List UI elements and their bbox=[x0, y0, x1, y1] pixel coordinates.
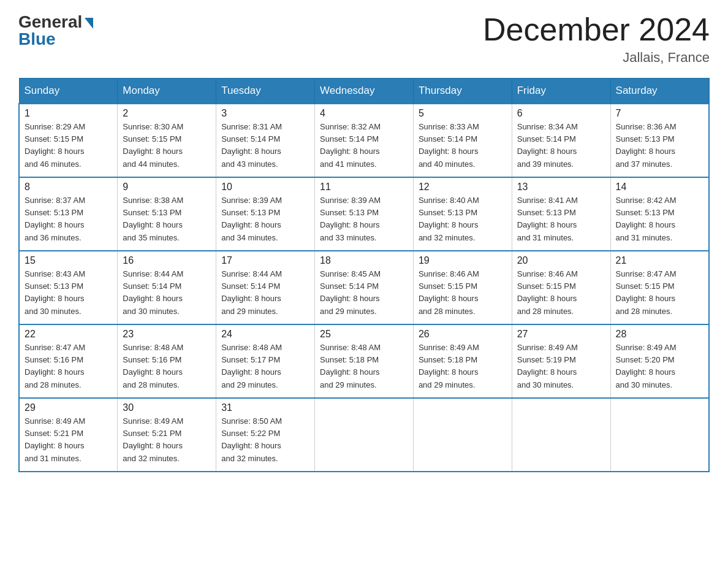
day-info: Sunrise: 8:48 AMSunset: 5:17 PMDaylight:… bbox=[221, 342, 309, 391]
calendar-day-cell: 21Sunrise: 8:47 AMSunset: 5:15 PMDayligh… bbox=[610, 251, 709, 324]
calendar-week-row: 29Sunrise: 8:49 AMSunset: 5:21 PMDayligh… bbox=[19, 398, 709, 472]
calendar-week-row: 8Sunrise: 8:37 AMSunset: 5:13 PMDaylight… bbox=[19, 177, 709, 251]
day-info: Sunrise: 8:44 AMSunset: 5:14 PMDaylight:… bbox=[123, 268, 211, 318]
day-number: 5 bbox=[419, 108, 507, 119]
day-info: Sunrise: 8:49 AMSunset: 5:20 PMDaylight:… bbox=[616, 342, 703, 391]
day-number: 17 bbox=[221, 255, 309, 266]
day-info: Sunrise: 8:49 AMSunset: 5:19 PMDaylight:… bbox=[517, 342, 605, 391]
day-number: 22 bbox=[25, 329, 112, 340]
logo-arrow-icon bbox=[85, 18, 93, 29]
location-label: Jallais, France bbox=[483, 50, 710, 66]
day-number: 20 bbox=[517, 255, 605, 266]
day-number: 6 bbox=[517, 108, 605, 119]
day-number: 2 bbox=[123, 108, 211, 119]
calendar-day-cell bbox=[512, 398, 610, 472]
day-info: Sunrise: 8:39 AMSunset: 5:13 PMDaylight:… bbox=[320, 194, 408, 244]
day-number: 10 bbox=[221, 182, 309, 193]
day-info: Sunrise: 8:50 AMSunset: 5:22 PMDaylight:… bbox=[221, 415, 309, 465]
page-header: General Blue December 2024 Jallais, Fran… bbox=[18, 12, 710, 66]
day-info: Sunrise: 8:37 AMSunset: 5:13 PMDaylight:… bbox=[25, 194, 112, 244]
calendar-day-cell: 15Sunrise: 8:43 AMSunset: 5:13 PMDayligh… bbox=[19, 251, 118, 324]
day-info: Sunrise: 8:42 AMSunset: 5:13 PMDaylight:… bbox=[616, 194, 703, 244]
calendar-day-cell: 27Sunrise: 8:49 AMSunset: 5:19 PMDayligh… bbox=[512, 324, 610, 398]
day-number: 15 bbox=[25, 255, 112, 266]
day-number: 8 bbox=[25, 182, 112, 193]
calendar-day-cell: 16Sunrise: 8:44 AMSunset: 5:14 PMDayligh… bbox=[118, 251, 216, 324]
calendar-day-cell: 23Sunrise: 8:48 AMSunset: 5:16 PMDayligh… bbox=[118, 324, 216, 398]
day-info: Sunrise: 8:32 AMSunset: 5:14 PMDaylight:… bbox=[320, 121, 408, 170]
day-info: Sunrise: 8:44 AMSunset: 5:14 PMDaylight:… bbox=[221, 268, 309, 318]
day-info: Sunrise: 8:45 AMSunset: 5:14 PMDaylight:… bbox=[320, 268, 408, 318]
day-number: 21 bbox=[616, 255, 703, 266]
column-header-monday: Monday bbox=[118, 79, 216, 104]
day-info: Sunrise: 8:33 AMSunset: 5:14 PMDaylight:… bbox=[419, 121, 507, 170]
day-info: Sunrise: 8:38 AMSunset: 5:13 PMDaylight:… bbox=[123, 194, 211, 244]
day-number: 11 bbox=[320, 182, 408, 193]
day-info: Sunrise: 8:36 AMSunset: 5:13 PMDaylight:… bbox=[616, 121, 703, 170]
day-info: Sunrise: 8:46 AMSunset: 5:15 PMDaylight:… bbox=[419, 268, 507, 318]
day-info: Sunrise: 8:39 AMSunset: 5:13 PMDaylight:… bbox=[221, 194, 309, 244]
calendar-day-cell: 11Sunrise: 8:39 AMSunset: 5:13 PMDayligh… bbox=[315, 177, 414, 251]
day-info: Sunrise: 8:43 AMSunset: 5:13 PMDaylight:… bbox=[25, 268, 112, 318]
day-info: Sunrise: 8:40 AMSunset: 5:13 PMDaylight:… bbox=[419, 194, 507, 244]
day-info: Sunrise: 8:30 AMSunset: 5:15 PMDaylight:… bbox=[123, 121, 211, 170]
day-number: 28 bbox=[616, 329, 703, 340]
day-info: Sunrise: 8:49 AMSunset: 5:21 PMDaylight:… bbox=[25, 415, 112, 465]
calendar-week-row: 15Sunrise: 8:43 AMSunset: 5:13 PMDayligh… bbox=[19, 251, 709, 324]
calendar-day-cell: 19Sunrise: 8:46 AMSunset: 5:15 PMDayligh… bbox=[413, 251, 512, 324]
day-number: 23 bbox=[123, 329, 211, 340]
day-number: 29 bbox=[25, 402, 112, 413]
day-info: Sunrise: 8:48 AMSunset: 5:16 PMDaylight:… bbox=[123, 342, 211, 391]
calendar-day-cell: 5Sunrise: 8:33 AMSunset: 5:14 PMDaylight… bbox=[413, 104, 512, 177]
calendar-week-row: 22Sunrise: 8:47 AMSunset: 5:16 PMDayligh… bbox=[19, 324, 709, 398]
calendar-day-cell: 14Sunrise: 8:42 AMSunset: 5:13 PMDayligh… bbox=[610, 177, 709, 251]
column-header-friday: Friday bbox=[512, 79, 610, 104]
day-number: 13 bbox=[517, 182, 605, 193]
calendar-day-cell: 1Sunrise: 8:29 AMSunset: 5:15 PMDaylight… bbox=[19, 104, 118, 177]
day-number: 14 bbox=[616, 182, 703, 193]
day-number: 30 bbox=[123, 402, 211, 413]
calendar-day-cell: 4Sunrise: 8:32 AMSunset: 5:14 PMDaylight… bbox=[315, 104, 414, 177]
day-info: Sunrise: 8:41 AMSunset: 5:13 PMDaylight:… bbox=[517, 194, 605, 244]
calendar-day-cell: 8Sunrise: 8:37 AMSunset: 5:13 PMDaylight… bbox=[19, 177, 118, 251]
logo: General Blue bbox=[18, 12, 93, 49]
day-number: 12 bbox=[419, 182, 507, 193]
calendar-day-cell: 7Sunrise: 8:36 AMSunset: 5:13 PMDaylight… bbox=[610, 104, 709, 177]
month-title: December 2024 bbox=[483, 12, 710, 47]
day-number: 27 bbox=[517, 329, 605, 340]
calendar-day-cell: 17Sunrise: 8:44 AMSunset: 5:14 PMDayligh… bbox=[216, 251, 315, 324]
calendar-day-cell: 6Sunrise: 8:34 AMSunset: 5:14 PMDaylight… bbox=[512, 104, 610, 177]
calendar-header-row: SundayMondayTuesdayWednesdayThursdayFrid… bbox=[19, 79, 709, 104]
calendar-day-cell: 20Sunrise: 8:46 AMSunset: 5:15 PMDayligh… bbox=[512, 251, 610, 324]
day-number: 26 bbox=[419, 329, 507, 340]
calendar-day-cell: 30Sunrise: 8:49 AMSunset: 5:21 PMDayligh… bbox=[118, 398, 216, 472]
day-number: 19 bbox=[419, 255, 507, 266]
day-info: Sunrise: 8:49 AMSunset: 5:18 PMDaylight:… bbox=[419, 342, 507, 391]
calendar-day-cell: 18Sunrise: 8:45 AMSunset: 5:14 PMDayligh… bbox=[315, 251, 414, 324]
calendar-day-cell: 10Sunrise: 8:39 AMSunset: 5:13 PMDayligh… bbox=[216, 177, 315, 251]
calendar-day-cell bbox=[413, 398, 512, 472]
day-info: Sunrise: 8:46 AMSunset: 5:15 PMDaylight:… bbox=[517, 268, 605, 318]
day-info: Sunrise: 8:47 AMSunset: 5:15 PMDaylight:… bbox=[616, 268, 703, 318]
day-number: 4 bbox=[320, 108, 408, 119]
title-area: December 2024 Jallais, France bbox=[483, 12, 710, 66]
calendar-table: SundayMondayTuesdayWednesdayThursdayFrid… bbox=[18, 78, 710, 472]
day-number: 9 bbox=[123, 182, 211, 193]
day-number: 16 bbox=[123, 255, 211, 266]
day-number: 18 bbox=[320, 255, 408, 266]
calendar-day-cell bbox=[610, 398, 709, 472]
calendar-week-row: 1Sunrise: 8:29 AMSunset: 5:15 PMDaylight… bbox=[19, 104, 709, 177]
column-header-tuesday: Tuesday bbox=[216, 79, 315, 104]
calendar-day-cell bbox=[315, 398, 414, 472]
logo-blue-label: Blue bbox=[18, 29, 56, 49]
calendar-day-cell: 22Sunrise: 8:47 AMSunset: 5:16 PMDayligh… bbox=[19, 324, 118, 398]
calendar-day-cell: 31Sunrise: 8:50 AMSunset: 5:22 PMDayligh… bbox=[216, 398, 315, 472]
day-info: Sunrise: 8:48 AMSunset: 5:18 PMDaylight:… bbox=[320, 342, 408, 391]
column-header-thursday: Thursday bbox=[413, 79, 512, 104]
day-number: 1 bbox=[25, 108, 112, 119]
day-number: 3 bbox=[221, 108, 309, 119]
calendar-day-cell: 28Sunrise: 8:49 AMSunset: 5:20 PMDayligh… bbox=[610, 324, 709, 398]
calendar-day-cell: 29Sunrise: 8:49 AMSunset: 5:21 PMDayligh… bbox=[19, 398, 118, 472]
calendar-day-cell: 9Sunrise: 8:38 AMSunset: 5:13 PMDaylight… bbox=[118, 177, 216, 251]
day-number: 31 bbox=[221, 402, 309, 413]
